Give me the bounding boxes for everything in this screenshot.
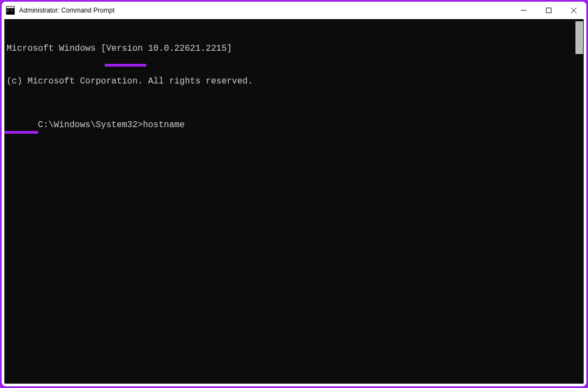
window-controls [511, 2, 586, 19]
scrollbar-thumb[interactable] [575, 21, 583, 54]
terminal-content: Microsoft Windows [Version 10.0.22621.22… [4, 19, 584, 154]
highlight-underline [105, 64, 146, 67]
maximize-button[interactable] [536, 2, 561, 19]
highlight-marker [4, 131, 38, 134]
window-title: Administrator: Command Prompt [19, 7, 511, 14]
terminal-area[interactable]: Microsoft Windows [Version 10.0.22621.22… [4, 19, 584, 384]
titlebar[interactable]: C:\ Administrator: Command Prompt [2, 2, 586, 19]
terminal-prompt-line: C:\Windows\System32>hostname [38, 120, 185, 130]
cmd-icon: C:\ [6, 6, 15, 15]
close-button[interactable] [561, 2, 586, 19]
terminal-output-line: (c) Microsoft Corporation. All rights re… [7, 76, 581, 87]
svg-rect-4 [547, 8, 551, 13]
terminal-output-line: Microsoft Windows [Version 10.0.22621.22… [7, 43, 581, 54]
terminal-prompt: C:\Windows\System32> [38, 120, 143, 130]
minimize-button[interactable] [511, 2, 536, 19]
svg-text:C:\: C:\ [7, 8, 13, 12]
terminal-command: hostname [143, 120, 185, 130]
command-prompt-window: C:\ Administrator: Command Prompt Micros… [2, 2, 586, 386]
